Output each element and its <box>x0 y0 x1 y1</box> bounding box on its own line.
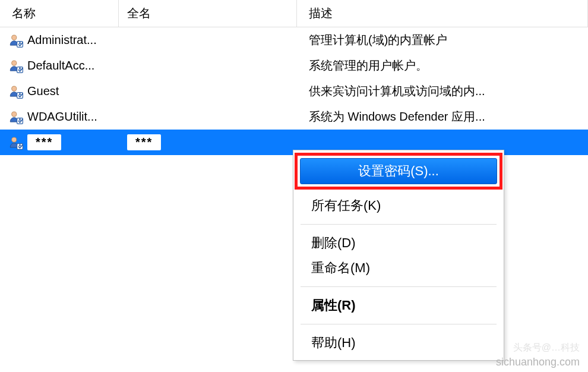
highlight-annotation: 设置密码(S)... <box>295 153 502 190</box>
menu-item-all-tasks[interactable]: 所有任务(K) <box>297 193 500 218</box>
table-row[interactable]: DefaultAcc...系统管理的用户帐户。 <box>0 53 588 78</box>
svg-point-8 <box>12 137 17 142</box>
cell-fullname: *** <box>119 134 297 150</box>
user-icon <box>8 84 24 99</box>
menu-separator <box>301 224 497 225</box>
context-menu: 设置密码(S)... 所有任务(K) 删除(D) 重命名(M) 属性(R) 帮助… <box>293 150 504 361</box>
cell-name: DefaultAcc... <box>0 58 119 74</box>
cell-name: Guest <box>0 84 119 99</box>
cell-description: 供来宾访问计算机或访问域的内... <box>297 83 588 99</box>
svg-point-0 <box>12 35 17 40</box>
column-header-fullname[interactable]: 全名 <box>119 0 297 27</box>
table-row[interactable]: Guest供来宾访问计算机或访问域的内... <box>0 78 588 104</box>
svg-point-6 <box>12 112 17 116</box>
svg-point-2 <box>12 61 17 65</box>
table-row[interactable]: WDAGUtilit...系统为 Windows Defender 应用... <box>0 104 588 130</box>
cell-name: Administrat... <box>0 33 119 48</box>
user-name-label: DefaultAcc... <box>27 59 94 72</box>
menu-separator <box>301 286 497 287</box>
user-fullname-label: *** <box>127 134 161 150</box>
menu-item-set-password[interactable]: 设置密码(S)... <box>300 158 497 184</box>
user-icon <box>8 58 24 74</box>
user-icon <box>8 135 24 150</box>
user-icon <box>8 33 24 48</box>
cell-description: 系统为 Windows Defender 应用... <box>297 109 588 125</box>
user-icon <box>8 109 24 125</box>
cell-description: 管理计算机(域)的内置帐户 <box>297 32 588 48</box>
cell-description: 系统管理的用户帐户。 <box>297 58 588 74</box>
cell-name: *** <box>0 134 119 150</box>
user-icon <box>8 84 24 99</box>
svg-point-4 <box>12 86 17 91</box>
user-name-label: Guest <box>27 84 59 98</box>
column-header-description[interactable]: 描述 <box>297 0 588 27</box>
user-icon <box>8 109 24 125</box>
table-header: 名称 全名 描述 <box>0 0 588 27</box>
menu-item-rename[interactable]: 重命名(M) <box>297 256 500 280</box>
user-icon <box>8 33 24 48</box>
table-row[interactable]: Administrat...管理计算机(域)的内置帐户 <box>0 27 588 53</box>
user-icon <box>8 58 24 74</box>
menu-separator <box>301 324 497 324</box>
menu-item-delete[interactable]: 删除(D) <box>297 231 500 256</box>
user-name-label: *** <box>27 134 61 150</box>
user-icon <box>8 135 24 150</box>
watermark-top: 头条号@…科技 <box>513 342 580 354</box>
column-header-name[interactable]: 名称 <box>0 0 119 27</box>
cell-name: WDAGUtilit... <box>0 109 119 125</box>
watermark: sichuanhong.com <box>496 356 580 368</box>
user-list: Administrat...管理计算机(域)的内置帐户 DefaultAcc..… <box>0 27 588 155</box>
menu-item-help[interactable]: 帮助(H) <box>297 330 500 355</box>
menu-item-properties[interactable]: 属性(R) <box>297 293 500 318</box>
user-name-label: WDAGUtilit... <box>27 110 97 124</box>
user-name-label: Administrat... <box>27 33 97 47</box>
